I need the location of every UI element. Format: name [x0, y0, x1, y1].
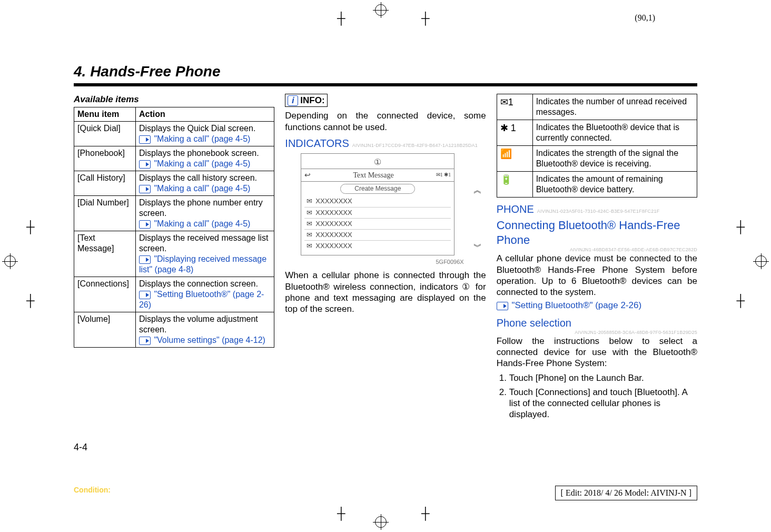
action-text: Displays the connection screen. — [139, 279, 258, 288]
connect-text: A cellular phone device must be connecte… — [497, 253, 697, 298]
cross-ref-icon — [139, 291, 151, 299]
menu-action: Displays the connection screen. "Setting… — [135, 277, 274, 312]
sheet-page-number: (90,1) — [635, 13, 655, 23]
step-2: Touch [Connections] and touch [Bluetooth… — [509, 387, 697, 420]
menu-item: [Call History] — [74, 171, 136, 196]
cross-ref-icon — [139, 160, 151, 169]
action-text: Displays the received message list scree… — [139, 233, 268, 253]
phone-selection-heading: Phone selection — [497, 317, 571, 330]
crop-mark: ┼ — [421, 508, 430, 519]
crop-mark: ┼ — [26, 295, 35, 307]
cross-ref-icon — [139, 185, 151, 193]
menu-action: Displays the volume adjustment screen. "… — [135, 312, 274, 348]
open-envelope-icon: ✉ — [307, 231, 312, 239]
selection-text: Follow the instructions below to select … — [497, 336, 697, 369]
column-1: Available items Menu item Action [Quick … — [74, 94, 274, 423]
create-message-button: Create Message — [340, 184, 415, 194]
chevron-down-icon: ︾ — [473, 242, 482, 252]
info-label: INFO: — [300, 95, 324, 106]
crop-mark: ┼ — [736, 295, 745, 307]
cross-ref-link[interactable]: "Displaying received message list" (page… — [139, 254, 266, 274]
indicator-desc: Indicates the number of unread received … — [532, 94, 697, 120]
list-item: XXXXXXXX — [315, 197, 352, 205]
figure-callout-1: ① — [301, 154, 454, 169]
cross-ref-icon — [139, 220, 151, 229]
registration-mark-right — [755, 255, 767, 267]
indicator-desc: Indicates the amount of remaining Blueto… — [532, 172, 697, 198]
menu-table: Menu item Action [Quick Dial] Displays t… — [74, 107, 274, 348]
hash-code: AIVINJN1-023A5F01-7310-424C-B3E9-547E1F8… — [537, 209, 660, 214]
info-box: i INFO: — [285, 94, 327, 107]
action-text: Displays the volume adjustment screen. — [139, 314, 258, 334]
available-items-heading: Available items — [74, 94, 274, 105]
cross-ref-icon — [497, 302, 508, 310]
title-rule — [74, 83, 697, 86]
crop-mark: ┼ — [26, 221, 35, 233]
cross-ref-link[interactable]: "Making a call" (page 4-5) — [154, 159, 250, 168]
indicator-table: ✉1 Indicates the number of unread receiv… — [497, 94, 697, 198]
cross-ref-icon — [139, 337, 151, 345]
cross-ref-link[interactable]: "Making a call" (page 4-5) — [154, 219, 250, 228]
indicators-body-text: When a cellular phone is connected throu… — [285, 270, 486, 314]
indicators-heading: INDICATORS — [285, 137, 349, 150]
unread-messages-icon: ✉1 — [497, 94, 532, 120]
action-text: Displays the phonebook screen. — [139, 149, 259, 157]
menu-action: Displays the phone number entry screen. … — [135, 196, 274, 231]
cross-ref-link[interactable]: "Making a call" (page 4-5) — [154, 134, 250, 143]
menu-item: [Phonebook] — [74, 146, 136, 171]
hash-code: AIVINJN1-DF17CCD9-47EB-42F9-B647-1A1218B… — [352, 143, 478, 149]
page-number: 4-4 — [74, 441, 87, 454]
indicator-desc: Indicates the Bluetooth® device that is … — [532, 120, 697, 146]
cross-ref-link[interactable]: "Volume settings" (page 4-12) — [154, 336, 265, 344]
open-envelope-icon: ✉ — [307, 242, 312, 250]
action-text: Displays the Quick Dial screen. — [139, 124, 255, 133]
battery-icon: 🔋 — [497, 172, 532, 198]
menu-item: [Text Message] — [74, 231, 136, 277]
th-menu-item: Menu item — [74, 107, 136, 122]
registration-mark-bottom — [375, 516, 387, 528]
figure-title: Text Message — [353, 171, 393, 180]
cross-ref-link[interactable]: "Setting Bluetooth®" (page 2-26) — [511, 300, 641, 310]
hash-code: AIVINJN1-205885D8-3C6A-48D8-97F0-5631F1B… — [497, 330, 697, 336]
list-item: XXXXXXXX — [315, 231, 352, 239]
menu-action: Displays the call history screen. "Makin… — [135, 171, 274, 196]
registration-mark-top — [375, 4, 387, 16]
crop-mark: ┼ — [421, 13, 430, 24]
back-icon: ↩ — [304, 171, 311, 180]
phone-heading: PHONE — [497, 203, 534, 216]
hash-code: AIVINJN1-46BD8347-EF56-4BDE-AE6B-DB97C7E… — [497, 247, 697, 253]
menu-item: [Dial Number] — [74, 196, 136, 231]
step-1: Touch [Phone] on the Launch Bar. — [509, 372, 697, 383]
crop-mark: ┼ — [337, 13, 345, 24]
menu-action: Displays the received message list scree… — [135, 231, 274, 277]
registration-mark-left — [4, 255, 16, 267]
list-item: XXXXXXXX — [315, 242, 352, 250]
action-text: Displays the phone number entry screen. — [139, 198, 263, 218]
column-2: i INFO: Depending on the connected devic… — [285, 94, 486, 423]
menu-action: Displays the phonebook screen. "Making a… — [135, 146, 274, 171]
bluetooth-device-icon: ✱ 1 — [497, 120, 532, 146]
menu-item: [Quick Dial] — [74, 122, 136, 146]
info-icon: i — [288, 95, 298, 106]
chevron-up-icon: ︽ — [473, 185, 482, 195]
menu-item: [Connections] — [74, 277, 136, 312]
menu-action: Displays the Quick Dial screen. "Making … — [135, 122, 274, 146]
indicator-desc: Indicates the strength of the signal the… — [532, 146, 697, 172]
column-3: ✉1 Indicates the number of unread receiv… — [497, 94, 697, 423]
info-text: Depending on the connected device, some … — [285, 110, 486, 133]
cross-ref-icon — [139, 135, 151, 144]
figure-code: 5GF0096X — [285, 259, 486, 266]
crop-mark: ┼ — [337, 508, 345, 519]
open-envelope-icon: ✉ — [307, 220, 312, 228]
envelope-icon: ✉ — [307, 197, 312, 205]
edit-info-box: [ Edit: 2018/ 4/ 26 Model: AIVINJ-N ] — [555, 486, 697, 500]
cross-ref-icon — [139, 255, 151, 264]
signal-strength-icon: 📶 — [497, 146, 532, 172]
cross-ref-link[interactable]: "Setting Bluetooth®" (page 2-26) — [139, 290, 264, 309]
menu-item: [Volume] — [74, 312, 136, 348]
chapter-title: 4. Hands-Free Phone — [74, 63, 697, 80]
connect-heading: Connecting Bluetooth® Hands-Free Phone — [497, 218, 697, 247]
cross-ref-link[interactable]: "Making a call" (page 4-5) — [154, 184, 250, 193]
th-action: Action — [135, 107, 274, 122]
action-text: Displays the call history screen. — [139, 173, 257, 182]
